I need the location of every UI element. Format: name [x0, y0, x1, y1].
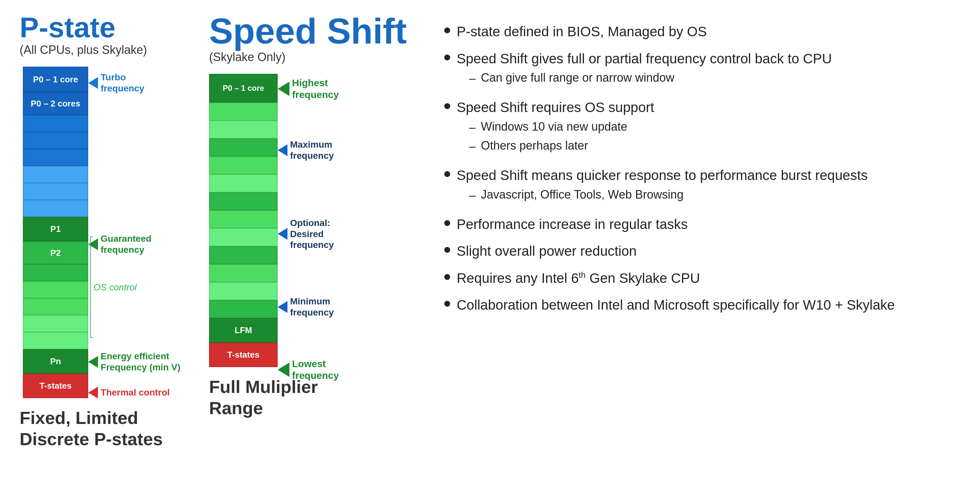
- pstate-caption: Fixed, Limited Discrete P-states: [20, 407, 163, 450]
- bullet-6-text: Slight overall power reduction: [457, 243, 637, 259]
- thermal-label-text: Thermal control: [100, 387, 170, 398]
- pstate-seg-p2: P2: [23, 241, 88, 264]
- bullet-list: P-state defined in BIOS, Managed by OS S…: [444, 23, 960, 323]
- bullet-dot-4: [444, 171, 450, 177]
- ss-seg-11: [209, 282, 278, 300]
- ss-seg-9: [209, 246, 278, 264]
- sub-bullet-3-2: – Others perhaps later: [469, 138, 654, 154]
- ss-lowest-label: Lowestfrequency: [278, 358, 339, 381]
- pstate-os-control-label: OS control: [94, 282, 137, 292]
- ss-seg-3: [209, 138, 278, 156]
- speedshift-subtitle: (Skylake Only): [209, 50, 285, 64]
- bullet-4: Speed Shift means quicker response to pe…: [444, 167, 960, 206]
- pstate-labels: Turbofrequency Guaranteedfrequency OS co…: [88, 67, 186, 398]
- sub-dash-icon-4: –: [469, 188, 476, 203]
- maximum-label-text: Maximumfrequency: [290, 139, 334, 161]
- bullet-2-text: Speed Shift gives full or partial freque…: [457, 51, 832, 66]
- pstate-column: P-state (All CPUs, plus Skylake) P0 – 1 …: [20, 13, 189, 489]
- bullet-dot-2: [444, 54, 450, 60]
- bullet-8-text: Collaboration between Intel and Microsof…: [457, 297, 895, 313]
- pstate-seg-b4: [23, 166, 88, 183]
- pstate-energy-label: Energy efficientFrequency (min V): [88, 351, 180, 373]
- pstate-seg-b3: [23, 149, 88, 166]
- thermal-arrow-icon: [88, 387, 98, 399]
- pstate-diagram: P0 – 1 core P0 – 2 cores P1 P2 Pn T-stat…: [23, 67, 186, 398]
- bullet-2: Speed Shift gives full or partial freque…: [444, 50, 960, 89]
- bullet-5: Performance increase in regular tasks: [444, 216, 960, 234]
- ss-seg-2: [209, 121, 278, 138]
- bullet-5-text: Performance increase in regular tasks: [457, 216, 687, 232]
- pstate-seg-g4: [23, 315, 88, 332]
- sub-bullet-3-1: – Windows 10 via new update: [469, 119, 654, 135]
- ss-seg-5: [209, 175, 278, 192]
- pstate-seg-b5: [23, 183, 88, 200]
- energy-arrow-icon: [88, 356, 98, 368]
- bullet-dot-6: [444, 247, 450, 253]
- sub-dash-icon: –: [469, 71, 476, 86]
- minimum-label-text: Minimumfrequency: [290, 296, 334, 318]
- ss-seg-12: [209, 300, 278, 318]
- speedshift-diagram: P0 – 1 core LFM T-states: [209, 74, 379, 367]
- turbo-arrow-icon: [88, 77, 98, 89]
- bullet-dot-1: [444, 27, 450, 33]
- bullet-8: Collaboration between Intel and Microsof…: [444, 296, 960, 314]
- sub-bullet-3-2-text: Others perhaps later: [481, 138, 588, 154]
- pstate-seg-tstates: T-states: [23, 373, 88, 398]
- sub-bullet-2-1-text: Can give full range or narrow window: [481, 70, 674, 86]
- pstate-seg-p0-1core: P0 – 1 core: [23, 67, 88, 92]
- ss-seg-8: [209, 228, 278, 246]
- page: P-state (All CPUs, plus Skylake) P0 – 1 …: [0, 0, 980, 502]
- ss-min-label: Minimumfrequency: [278, 296, 334, 318]
- desired-label-text: Optional:Desiredfrequency: [290, 218, 334, 251]
- pstate-seg-b6: [23, 200, 88, 217]
- bullet-4-subs: – Javascript, Office Tools, Web Browsing: [469, 187, 868, 203]
- sub-bullet-4-1: – Javascript, Office Tools, Web Browsing: [469, 187, 868, 203]
- bullet-dot-8: [444, 301, 450, 307]
- lowest-arrow-icon: [278, 362, 290, 377]
- speedshift-column: Speed Shift (Skylake Only) P0 – 1 core L…: [209, 13, 412, 489]
- minimum-arrow-icon: [278, 301, 288, 313]
- os-control-text: OS control: [94, 282, 137, 292]
- os-control-bracket: [90, 237, 93, 338]
- energy-label-text: Energy efficientFrequency (min V): [100, 351, 180, 373]
- bullet-1: P-state defined in BIOS, Managed by OS: [444, 23, 960, 41]
- ss-seg-6: [209, 192, 278, 210]
- pstate-seg-b1: [23, 115, 88, 132]
- bullet-7-text: Requires any Intel 6th Gen Skylake CPU: [457, 270, 700, 286]
- ss-max-label: Maximumfrequency: [278, 139, 334, 161]
- bullet-1-text: P-state defined in BIOS, Managed by OS: [457, 24, 707, 39]
- highest-arrow-icon: [278, 82, 290, 96]
- pstate-seg-b2: [23, 132, 88, 149]
- ss-seg-10: [209, 264, 278, 282]
- bullet-2-subs: – Can give full range or narrow window: [469, 70, 832, 86]
- sub-bullet-2-1: – Can give full range or narrow window: [469, 70, 832, 86]
- pstate-seg-g3: [23, 298, 88, 315]
- ss-seg-tstates: T-states: [209, 343, 278, 367]
- pstate-guaranteed-label: Guaranteedfrequency: [88, 233, 151, 255]
- ss-seg-p0: P0 – 1 core: [209, 74, 278, 103]
- pstate-title: P-state: [20, 13, 115, 42]
- ss-seg-4: [209, 156, 278, 175]
- pstate-seg-g5: [23, 332, 88, 349]
- bullet-3-subs: – Windows 10 via new update – Others per…: [469, 119, 654, 154]
- bullet-7: Requires any Intel 6th Gen Skylake CPU: [444, 270, 960, 288]
- guaranteed-label-text: Guaranteedfrequency: [100, 233, 151, 255]
- pstate-turbo-label: Turbofrequency: [88, 72, 145, 94]
- pstate-seg-g2: [23, 281, 88, 298]
- sub-bullet-3-1-text: Windows 10 via new update: [481, 119, 627, 135]
- speedshift-caption: Full Muliplier Range: [209, 376, 318, 419]
- pstate-seg-pn: Pn: [23, 349, 88, 373]
- bullet-dot-5: [444, 220, 450, 226]
- desired-arrow-icon: [278, 228, 288, 240]
- ss-highest-label: Highestfrequency: [278, 77, 339, 101]
- lowest-label-text: Lowestfrequency: [292, 358, 339, 381]
- bullet-3-text: Speed Shift requires OS support: [457, 100, 654, 115]
- pstate-subtitle: (All CPUs, plus Skylake): [20, 43, 147, 57]
- pstate-seg-g1: [23, 264, 88, 281]
- pstate-thermal-label: Thermal control: [88, 387, 170, 399]
- speedshift-bar-column: P0 – 1 core LFM T-states: [209, 74, 278, 367]
- speedshift-title: Speed Shift: [209, 13, 407, 49]
- bullet-4-text: Speed Shift means quicker response to pe…: [457, 168, 868, 183]
- pstate-seg-p0-2cores: P0 – 2 cores: [23, 92, 88, 115]
- turbo-label-text: Turbofrequency: [100, 72, 145, 94]
